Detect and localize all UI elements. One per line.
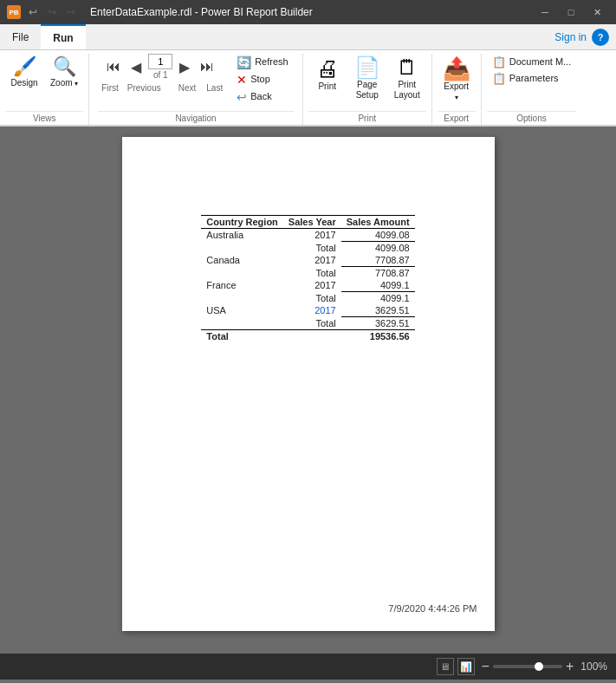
cell-country: Canada: [201, 254, 283, 267]
menu-run[interactable]: Run: [41, 24, 85, 49]
grand-total-label: Total: [201, 330, 283, 343]
export-group-label: Export: [438, 111, 476, 125]
options-content: 📋 Document M... 📋 Parameters: [487, 54, 577, 111]
cell-amount: 4099.1: [341, 292, 415, 305]
cell-country: Australia: [201, 229, 283, 242]
window-title: EnterDataExample.rdl - Power BI Report B…: [90, 6, 313, 18]
status-icon-2[interactable]: 📊: [457, 658, 475, 675]
export-button[interactable]: 📤 Export▾: [438, 54, 476, 106]
first-button[interactable]: ⏮: [103, 55, 124, 79]
ribbon-group-options: 📋 Document M... 📋 Parameters Options: [482, 54, 582, 125]
zoom-slider[interactable]: [493, 665, 562, 668]
zoom-label: Zoom ▾: [50, 78, 78, 88]
next-button[interactable]: ▶: [174, 55, 195, 79]
options-group-label: Options: [487, 111, 577, 125]
undo-button[interactable]: ↩: [24, 3, 42, 21]
print-button[interactable]: 🖨 Print: [308, 54, 347, 95]
back-icon: ↩: [237, 90, 247, 104]
cell-year: Total: [283, 317, 341, 330]
title-bar: PB ↩ ↪ ↪ EnterDataExample.rdl - Power BI…: [0, 0, 616, 24]
design-label: Design: [10, 78, 37, 88]
cell-year: 2017: [283, 254, 341, 267]
page-setup-label: PageSetup: [356, 80, 379, 101]
cell-amount: 3629.51: [341, 304, 415, 317]
cell-amount: 3629.51: [341, 317, 415, 330]
report-table: Country Region Sales Year Sales Amount A…: [201, 215, 414, 342]
print-icon: 🖨: [316, 57, 339, 80]
table-row: Canada20177708.87: [201, 254, 414, 267]
header-sales-amount: Sales Amount: [341, 216, 415, 229]
ribbon-group-print: 🖨 Print 📄 PageSetup 🗒 PrintLayout Print: [303, 54, 432, 125]
cell-year: Total: [283, 267, 341, 280]
cell-country: France: [201, 279, 283, 292]
zoom-minus-button[interactable]: −: [482, 659, 490, 674]
sign-in-area: Sign in ?: [554, 24, 616, 49]
export-label: Export▾: [444, 81, 469, 102]
zoom-plus-button[interactable]: +: [566, 659, 574, 674]
design-button[interactable]: 🖌️ Design: [5, 54, 43, 92]
ribbon-group-navigation: ⏮ ◀ of 1 ▶ ⏭ First Previous Next Last: [89, 54, 302, 125]
stop-button[interactable]: ✕ Stop: [231, 71, 294, 88]
maximize-button[interactable]: □: [559, 3, 583, 21]
header-country-region: Country Region: [201, 216, 283, 229]
parameters-label: Parameters: [509, 73, 559, 84]
report-page: Country Region Sales Year Sales Amount A…: [122, 137, 495, 631]
options-btns: 📋 Document M... 📋 Parameters: [487, 54, 577, 87]
help-button[interactable]: ?: [592, 29, 609, 46]
page-setup-button[interactable]: 📄 PageSetup: [348, 54, 386, 104]
navigation-group-label: Navigation: [98, 111, 293, 125]
window-controls: ─ □ ✕: [533, 3, 609, 21]
cell-year: 2017: [283, 279, 341, 292]
redo-button[interactable]: ↪: [43, 3, 61, 21]
design-icon: 🖌️: [13, 57, 36, 76]
first-label: First: [101, 83, 118, 93]
print-layout-button[interactable]: 🗒 PrintLayout: [388, 54, 426, 104]
app-icon: PB: [7, 5, 21, 19]
table-row: France20174099.1: [201, 279, 414, 292]
grand-total-row: Total19536.56: [201, 330, 414, 343]
cell-amount: 7708.87: [341, 267, 415, 280]
cell-year: 2017: [283, 229, 341, 242]
ribbon: 🖌️ Design 🔍 Zoom ▾ Views ⏮ ◀ of 1: [0, 50, 616, 127]
refresh-button[interactable]: 🔄 Refresh: [231, 54, 294, 71]
cell-country: [201, 292, 283, 305]
zoom-button[interactable]: 🔍 Zoom ▾: [45, 54, 83, 92]
back-button[interactable]: ↩ Back: [231, 88, 294, 106]
print-group-label: Print: [308, 111, 426, 125]
refresh-icon: 🔄: [237, 55, 251, 69]
menu-file[interactable]: File: [0, 24, 41, 49]
next-label: Next: [178, 83, 197, 93]
zoom-slider-thumb[interactable]: [535, 662, 543, 671]
table-row: Australia20174099.08: [201, 229, 414, 242]
status-icon-1[interactable]: 🖥: [437, 658, 454, 675]
refresh-stop-back: 🔄 Refresh ✕ Stop ↩ Back: [231, 54, 294, 106]
navigation-content: ⏮ ◀ of 1 ▶ ⏭ First Previous Next Last: [98, 54, 293, 111]
table-row: Total4099.08: [201, 242, 414, 255]
cell-amount: 4099.08: [341, 242, 415, 255]
document-map-icon: 📋: [492, 55, 506, 68]
sign-in-button[interactable]: Sign in: [554, 31, 587, 43]
previous-button[interactable]: ◀: [126, 55, 146, 79]
stop-icon: ✕: [237, 73, 247, 87]
minimize-button[interactable]: ─: [533, 3, 557, 21]
export-icon: 📤: [443, 57, 470, 80]
last-button[interactable]: ⏭: [197, 55, 217, 79]
ribbon-group-views: 🖌️ Design 🔍 Zoom ▾ Views: [0, 54, 89, 125]
cell-amount: 7708.87: [341, 254, 415, 267]
report-footer: 7/9/2020 4:44:26 PM: [388, 603, 477, 614]
forward-button[interactable]: ↪: [62, 3, 80, 21]
parameters-button[interactable]: 📋 Parameters: [487, 70, 577, 87]
cell-country: [201, 317, 283, 330]
table-row: Total3629.51: [201, 317, 414, 330]
ribbon-group-export: 📤 Export▾ Export: [432, 54, 482, 125]
zoom-icon: 🔍: [53, 57, 76, 76]
table-row: USA20173629.51: [201, 304, 414, 317]
menu-bar: File Run Sign in ?: [0, 24, 616, 50]
document-map-button[interactable]: 📋 Document M...: [487, 54, 577, 70]
print-label: Print: [318, 81, 336, 92]
cell-amount: 4099.1: [341, 279, 415, 292]
close-button[interactable]: ✕: [585, 3, 609, 21]
status-bar: 🖥 📊 − + 100%: [0, 654, 616, 680]
page-number-input[interactable]: [148, 54, 172, 69]
views-group-label: Views: [5, 111, 83, 125]
